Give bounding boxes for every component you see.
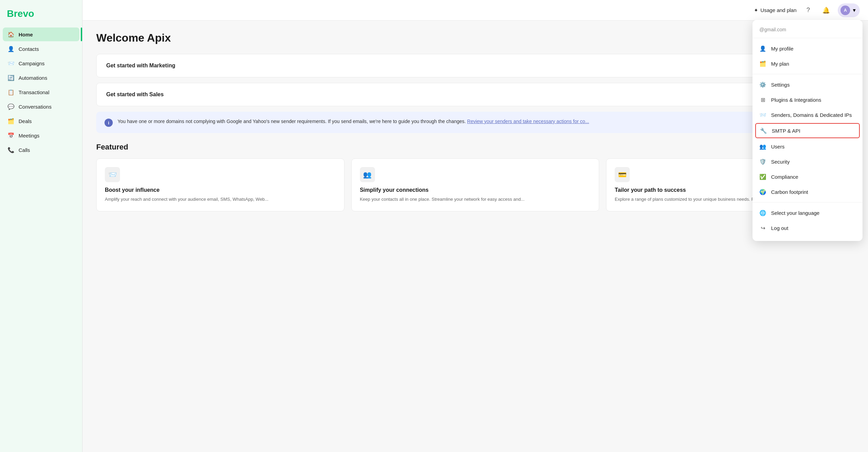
sidebar-label-conversations: Conversations: [19, 104, 52, 110]
logo: Brevo: [0, 5, 82, 27]
sidebar-item-campaigns[interactable]: 📨 Campaigns: [3, 56, 79, 70]
dropdown-item-label-plugins: Plugins & Integrations: [771, 97, 821, 103]
notifications-button[interactable]: 🔔: [820, 4, 832, 16]
dropdown-item-label-my-plan: My plan: [771, 61, 789, 67]
dropdown-item-smtp-api[interactable]: 🔧 SMTP & API: [755, 123, 860, 138]
featured-grid: 📨 Boost your influence Amplify your reac…: [96, 158, 854, 211]
dropdown-item-my-profile[interactable]: 👤 My profile: [752, 41, 862, 56]
sidebar-item-automations[interactable]: 🔄 Automations: [3, 71, 79, 85]
brand-name: Brevo: [7, 8, 34, 19]
logout-icon: ↪: [759, 224, 766, 231]
dropdown-item-label-carbon: Carbon footprint: [771, 189, 808, 195]
dropdown-section-settings: ⚙️ Settings ⊞ Plugins & Integrations 📨 S…: [752, 74, 862, 202]
featured-card-1[interactable]: 👥 Simplify your connections Keep your co…: [351, 158, 600, 211]
sidebar-label-home: Home: [19, 32, 33, 37]
dropdown-item-label-senders: Senders, Domains & Dedicated IPs: [771, 112, 852, 118]
sidebar-item-calls[interactable]: 📞 Calls: [3, 143, 79, 157]
sidebar-label-contacts: Contacts: [19, 46, 39, 52]
plugins-icon: ⊞: [759, 96, 766, 103]
sidebar-label-calls: Calls: [19, 147, 30, 153]
dropdown-section-profile: 👤 My profile 🗂️ My plan: [752, 38, 862, 74]
dropdown-item-label-my-profile: My profile: [771, 46, 793, 52]
dropdown-item-plugins[interactable]: ⊞ Plugins & Integrations: [752, 92, 862, 107]
automations-icon: 🔄: [8, 74, 14, 81]
sidebar: Brevo 🏠 Home 👤 Contacts 📨 Campaigns 🔄 Au…: [0, 0, 83, 452]
sales-card-title: Get started with Sales: [106, 91, 844, 98]
marketing-card[interactable]: Get started with Marketing: [96, 54, 854, 77]
featured-section-title: Featured: [96, 143, 854, 152]
account-menu-button[interactable]: A ▾: [838, 3, 860, 17]
dropdown-item-logout[interactable]: ↪ Log out: [752, 220, 862, 235]
sidebar-nav: 🏠 Home 👤 Contacts 📨 Campaigns 🔄 Automati…: [0, 27, 82, 157]
home-icon: 🏠: [8, 31, 14, 38]
sidebar-item-deals[interactable]: 🗂️ Deals: [3, 114, 79, 128]
deals-icon: 🗂️: [8, 118, 14, 124]
alert-message: You have one or more domains not complyi…: [118, 119, 466, 124]
calls-icon: 📞: [8, 146, 14, 153]
account-dropdown: @gmail.com 👤 My profile 🗂️ My plan ⚙️ Se…: [752, 20, 862, 241]
dropdown-item-label-security: Security: [771, 159, 790, 165]
help-button[interactable]: ?: [802, 4, 814, 16]
my-profile-icon: 👤: [759, 45, 766, 52]
avatar: A: [840, 5, 850, 15]
campaigns-icon: 📨: [8, 60, 14, 67]
carbon-icon: 🌍: [759, 188, 766, 195]
header: ✦ Usage and plan ? 🔔 A ▾: [83, 0, 868, 21]
sidebar-label-meetings: Meetings: [19, 133, 40, 139]
sidebar-item-home[interactable]: 🏠 Home: [3, 27, 79, 41]
sidebar-label-automations: Automations: [19, 75, 47, 81]
page-title: Welcome Apix: [96, 32, 854, 44]
my-plan-icon: 🗂️: [759, 60, 766, 67]
senders-icon: 📨: [759, 111, 766, 118]
featured-card-title-0: Boost your influence: [105, 187, 336, 193]
featured-card-icon-0: 📨: [105, 167, 120, 182]
dropdown-item-carbon[interactable]: 🌍 Carbon footprint: [752, 184, 862, 199]
featured-card-0[interactable]: 📨 Boost your influence Amplify your reac…: [96, 158, 344, 211]
dropdown-item-label-language: Select your language: [771, 210, 820, 216]
help-icon: ?: [806, 7, 810, 14]
featured-card-desc-1: Keep your contacts all in one place. Str…: [360, 196, 591, 203]
sidebar-label-transactional: Transactional: [19, 89, 50, 95]
marketing-card-title: Get started with Marketing: [106, 63, 844, 69]
contacts-icon: 👤: [8, 45, 14, 52]
info-icon: i: [105, 119, 113, 127]
dropdown-item-compliance[interactable]: ✅ Compliance: [752, 169, 862, 184]
usage-icon: ✦: [754, 7, 758, 13]
conversations-icon: 💬: [8, 103, 14, 110]
smtp-api-icon: 🔧: [760, 127, 767, 134]
dropdown-item-security[interactable]: 🛡️ Security: [752, 154, 862, 169]
dropdown-item-settings[interactable]: ⚙️ Settings: [752, 77, 862, 92]
dropdown-item-senders[interactable]: 📨 Senders, Domains & Dedicated IPs: [752, 107, 862, 122]
dropdown-item-label-compliance: Compliance: [771, 174, 798, 180]
sales-card[interactable]: Get started with Sales: [96, 83, 854, 106]
sidebar-label-deals: Deals: [19, 118, 32, 124]
dropdown-section-misc: 🌐 Select your language ↪ Log out: [752, 202, 862, 238]
featured-card-desc-0: Amplify your reach and connect with your…: [105, 196, 336, 203]
alert-banner: i You have one or more domains not compl…: [96, 112, 854, 133]
meetings-icon: 📅: [8, 132, 14, 139]
sidebar-label-campaigns: Campaigns: [19, 60, 45, 66]
language-icon: 🌐: [759, 209, 766, 216]
usage-and-plan-button[interactable]: ✦ Usage and plan: [754, 7, 796, 13]
dropdown-item-label-logout: Log out: [771, 225, 788, 231]
alert-link[interactable]: Review your senders and take necessary a…: [467, 119, 589, 124]
dropdown-item-label-smtp-api: SMTP & API: [772, 128, 800, 134]
featured-card-icon-2: 💳: [615, 167, 630, 182]
bell-icon: 🔔: [822, 7, 830, 14]
sidebar-item-meetings[interactable]: 📅 Meetings: [3, 129, 79, 142]
settings-icon: ⚙️: [759, 81, 766, 88]
dropdown-item-language[interactable]: 🌐 Select your language: [752, 205, 862, 220]
transactional-icon: 📋: [8, 89, 14, 96]
sidebar-item-contacts[interactable]: 👤 Contacts: [3, 42, 79, 56]
avatar-initials: A: [844, 8, 847, 13]
main-area: ✦ Usage and plan ? 🔔 A ▾ Welcome Apix Ge…: [83, 0, 868, 452]
page-content: Welcome Apix Get started with Marketing …: [83, 21, 868, 452]
dropdown-item-label-users: Users: [771, 144, 784, 150]
dropdown-item-users[interactable]: 👥 Users: [752, 139, 862, 154]
dropdown-item-my-plan[interactable]: 🗂️ My plan: [752, 56, 862, 71]
user-email: @gmail.com: [752, 23, 862, 38]
sidebar-item-transactional[interactable]: 📋 Transactional: [3, 85, 79, 99]
usage-label: Usage and plan: [760, 7, 796, 13]
dropdown-item-label-settings: Settings: [771, 82, 790, 88]
sidebar-item-conversations[interactable]: 💬 Conversations: [3, 100, 79, 113]
